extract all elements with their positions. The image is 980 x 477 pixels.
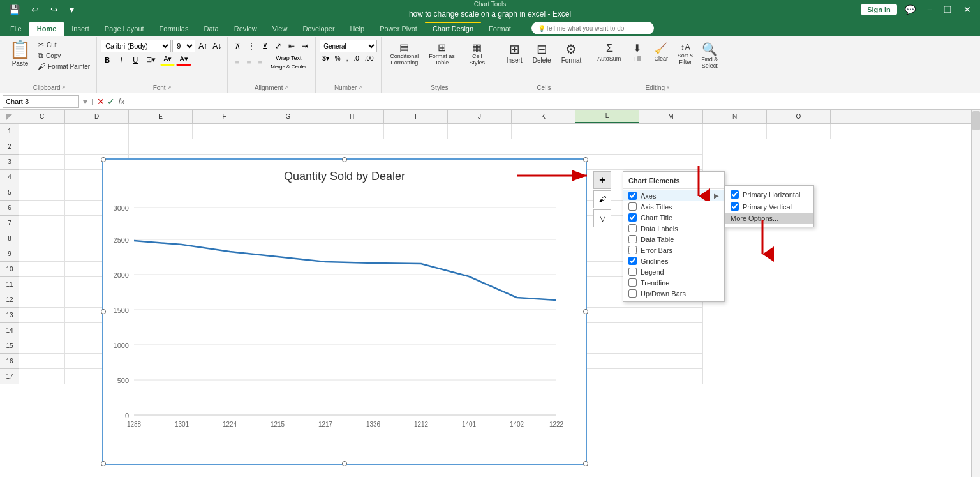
align-top-button[interactable]: ⊼ [232, 40, 244, 52]
row-header-1[interactable]: 1 [0, 124, 19, 139]
cell-c1[interactable] [19, 124, 65, 139]
vertical-scrollbar[interactable] [971, 110, 980, 477]
row-header-13[interactable]: 13 [0, 308, 19, 323]
chart-handle-br[interactable] [583, 461, 588, 466]
cell-o1[interactable] [767, 124, 831, 139]
row-header-6[interactable]: 6 [0, 201, 19, 216]
align-left-button[interactable]: ≡ [232, 54, 242, 71]
accounting-format-button[interactable]: $▾ [320, 54, 332, 63]
corner-cell[interactable] [0, 110, 19, 124]
format-as-table-button[interactable]: ⊞ Format asTable [424, 40, 459, 68]
chart-handle-ml[interactable] [101, 309, 106, 314]
ce-data-table-checkbox[interactable] [628, 235, 637, 243]
chart-elements-button[interactable]: + [593, 171, 611, 189]
cell-k1[interactable] [512, 124, 575, 139]
row-header-9[interactable]: 9 [0, 246, 19, 262]
tab-view[interactable]: View [265, 22, 295, 36]
font-expand-icon[interactable]: ↗ [167, 85, 172, 91]
col-header-j[interactable]: J [448, 110, 512, 123]
formula-cancel-button[interactable]: ✕ [97, 96, 105, 107]
col-header-f[interactable]: F [193, 110, 256, 123]
cell-l1[interactable] [575, 124, 639, 139]
col-header-i[interactable]: I [384, 110, 448, 123]
cell-c13[interactable] [19, 308, 65, 323]
wrap-text-button[interactable]: Wrap Text [269, 54, 308, 63]
col-header-m[interactable]: M [639, 110, 703, 123]
chart-handle-tm[interactable] [342, 157, 347, 162]
cell-c2[interactable] [19, 139, 65, 155]
cell-n1[interactable] [703, 124, 767, 139]
row-header-2[interactable]: 2 [0, 139, 19, 155]
ce-error-bars[interactable]: Error Bars [623, 245, 724, 255]
row-header-15[interactable]: 15 [0, 338, 19, 354]
close-button[interactable]: ✕ [960, 3, 975, 16]
sign-in-button[interactable]: Sign in [861, 4, 897, 15]
axis-primary-horizontal[interactable]: Primary Horizontal [725, 188, 813, 201]
row-header-14[interactable]: 14 [0, 323, 19, 338]
col-header-c[interactable]: C [19, 110, 65, 123]
cell-d2[interactable] [65, 139, 129, 155]
tab-insert[interactable]: Insert [64, 22, 97, 36]
decrease-decimal-button[interactable]: .00 [362, 54, 376, 63]
row-header-17[interactable]: 17 [0, 369, 19, 384]
ce-updown-bars-checkbox[interactable] [628, 289, 637, 298]
cell-wide-2[interactable] [129, 139, 703, 155]
cut-button[interactable]: ✂ Cut [35, 40, 93, 50]
name-box[interactable] [3, 95, 79, 108]
border-button[interactable]: ⊡▾ [143, 54, 159, 65]
cell-c15[interactable] [19, 338, 65, 354]
tab-review[interactable]: Review [226, 22, 265, 36]
cell-c9[interactable] [19, 246, 65, 262]
cell-styles-button[interactable]: ▦ CellStyles [461, 40, 494, 68]
row-header-7[interactable]: 7 [0, 216, 19, 231]
underline-button[interactable]: U [129, 55, 142, 65]
minimize-button[interactable]: − [923, 3, 936, 16]
ce-axis-titles[interactable]: Axis Titles [623, 201, 724, 212]
sort-filter-button[interactable]: ↕A Sort &Filter [674, 40, 697, 72]
cell-m1[interactable] [639, 124, 703, 139]
chart-handle-bl[interactable] [101, 461, 106, 466]
align-bottom-button[interactable]: ⊻ [259, 40, 271, 52]
ce-trendline-checkbox[interactable] [628, 278, 637, 287]
cell-c7[interactable] [19, 216, 65, 231]
tab-chart-design[interactable]: Chart Design [425, 22, 481, 36]
row-header-8[interactable]: 8 [0, 231, 19, 246]
number-format-select[interactable]: General [320, 40, 377, 52]
align-center-button[interactable]: ≡ [243, 54, 254, 71]
axis-more-options[interactable]: More Options... [725, 213, 813, 224]
insert-cells-button[interactable]: ⊞ Insert [502, 40, 527, 66]
tab-page-layout[interactable]: Page Layout [97, 22, 152, 36]
cell-c3[interactable] [19, 155, 65, 170]
formula-fx-button[interactable]: fx [119, 97, 124, 106]
delete-cells-button[interactable]: ⊟ Delete [528, 40, 556, 66]
feedback-button[interactable]: 💬 [901, 3, 919, 16]
tab-data[interactable]: Data [196, 22, 226, 36]
formula-confirm-button[interactable]: ✓ [107, 96, 115, 107]
clear-button[interactable]: 🧹 Clear [650, 40, 672, 72]
ce-gridlines-checkbox[interactable] [628, 257, 637, 265]
customize-qat-button[interactable]: ▾ [66, 3, 78, 16]
restore-button[interactable]: ❐ [940, 3, 956, 16]
col-header-l[interactable]: L [575, 110, 639, 123]
ce-legend-checkbox[interactable] [628, 268, 637, 276]
row-header-10[interactable]: 10 [0, 262, 19, 277]
fill-color-button[interactable]: A▾ [160, 54, 175, 66]
undo-button[interactable]: ↩ [27, 3, 43, 16]
row-header-4[interactable]: 4 [0, 170, 19, 185]
tab-power-pivot[interactable]: Power Pivot [372, 22, 425, 36]
chart-filters-button[interactable]: ▽ [593, 209, 611, 227]
ce-axes-checkbox[interactable] [628, 192, 637, 200]
row-header-11[interactable]: 11 [0, 277, 19, 292]
tab-home[interactable]: Home [29, 22, 64, 36]
axis-primary-horizontal-checkbox[interactable] [731, 190, 739, 199]
ce-gridlines[interactable]: Gridlines [623, 255, 724, 266]
align-middle-button[interactable]: ⋮ [244, 40, 258, 52]
format-cells-button[interactable]: ⚙ Format [557, 40, 586, 66]
font-family-select[interactable]: Calibri (Body) [101, 40, 171, 52]
row-header-12[interactable]: 12 [0, 292, 19, 308]
font-color-button[interactable]: A▾ [176, 54, 191, 66]
row-header-3[interactable]: 3 [0, 155, 19, 170]
cell-i1[interactable] [384, 124, 448, 139]
decrease-font-size-button[interactable]: A↓ [211, 40, 223, 52]
merge-center-button[interactable]: Merge & Center [269, 63, 308, 71]
